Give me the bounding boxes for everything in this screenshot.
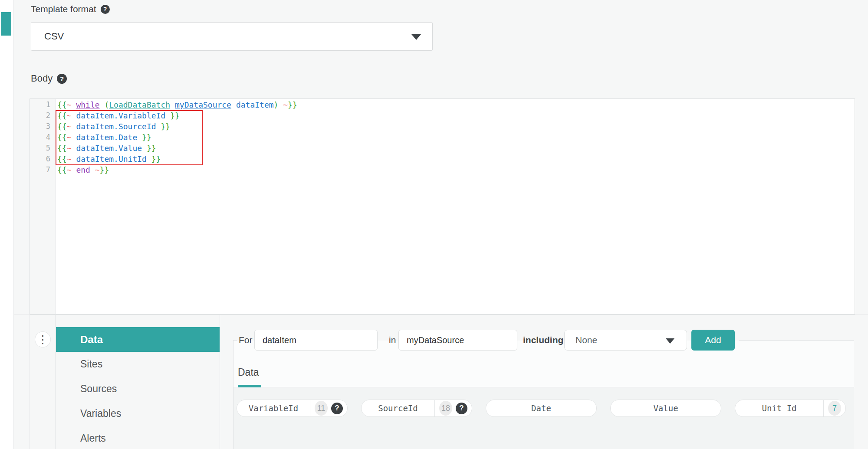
pill-label: Unit Id: [735, 400, 823, 416]
code-editor[interactable]: 1234567 {{~ while (LoadDataBatch myDataS…: [30, 98, 855, 315]
template-format-help-icon[interactable]: [101, 5, 110, 14]
add-button[interactable]: Add: [691, 330, 735, 351]
in-input[interactable]: [398, 330, 517, 351]
line-number: 1: [30, 100, 55, 111]
active-tab-indicator: [238, 385, 261, 387]
code-line: {{~ dataItem.VariableId }}: [56, 111, 855, 122]
template-format-label-row: Template format: [31, 4, 110, 14]
sidebar-item-sites[interactable]: Sites: [56, 352, 220, 377]
code-line: {{~ while (LoadDataBatch myDataSource da…: [56, 100, 855, 111]
field-pill-unit-id[interactable]: Unit Id7: [735, 400, 846, 417]
pill-count-badge: 11: [315, 401, 328, 416]
line-number: 5: [30, 144, 55, 154]
body-help-icon[interactable]: [57, 74, 67, 84]
left-rail: [0, 0, 14, 449]
code-line: {{~ dataItem.Value }}: [56, 144, 855, 154]
chevron-down-icon: [666, 338, 674, 344]
pill-meta: 7: [823, 400, 845, 416]
field-pill-variableid[interactable]: VariableId11: [237, 400, 348, 417]
template-format-label: Template format: [31, 4, 96, 14]
field-pill-date[interactable]: Date: [486, 400, 597, 417]
pill-label: Value: [611, 400, 721, 416]
pill-label: SourceId: [362, 400, 434, 416]
field-pill-sourceid[interactable]: SourceId18: [361, 400, 472, 417]
code-line: {{~ dataItem.Date }}: [56, 133, 855, 144]
kebab-column: [30, 315, 56, 449]
including-select[interactable]: None: [564, 330, 687, 351]
sidebar-tabs: DataSitesSourcesVariablesAlerts: [56, 327, 220, 449]
line-number: 6: [30, 154, 55, 165]
sidebar-item-variables[interactable]: Variables: [56, 401, 220, 426]
pill-help-icon[interactable]: [456, 403, 467, 414]
including-value: None: [575, 335, 597, 345]
data-section-title: Data: [238, 367, 259, 378]
line-number: 4: [30, 133, 55, 144]
kebab-menu-button[interactable]: [35, 331, 51, 347]
helper-sidebar: DataSitesSourcesVariablesAlerts: [56, 315, 220, 449]
line-number: 3: [30, 122, 55, 133]
pill-count-badge: 7: [828, 401, 841, 416]
pill-label: VariableId: [237, 400, 310, 416]
pill-label: Date: [486, 400, 596, 416]
for-label: For: [239, 330, 253, 351]
body-label: Body: [31, 73, 53, 84]
including-label: including: [523, 330, 563, 351]
template-format-value: CSV: [44, 31, 64, 42]
sidebar-item-data[interactable]: Data: [56, 327, 220, 352]
in-label: in: [389, 330, 396, 351]
field-pills-row: VariableId11SourceId18DateValueUnit Id7: [237, 400, 846, 417]
code-line: {{~ end ~}}: [56, 165, 855, 176]
gutter: 1234567: [30, 99, 56, 314]
pill-count-badge: 18: [439, 401, 452, 416]
template-format-select[interactable]: CSV: [31, 22, 433, 51]
sidebar-item-alerts[interactable]: Alerts: [56, 426, 220, 449]
template-editor-page: Template format CSV Body 1234567 {{~ whi…: [0, 0, 868, 449]
pill-meta: 11: [310, 400, 347, 416]
field-pill-value[interactable]: Value: [610, 400, 721, 417]
code-lines: {{~ while (LoadDataBatch myDataSource da…: [56, 100, 855, 176]
code-line: {{~ dataItem.SourceId }}: [56, 122, 855, 133]
code-line: {{~ dataItem.UnitId }}: [56, 154, 855, 165]
ellipsis-icon: [37, 334, 48, 345]
chevron-down-icon: [411, 34, 421, 40]
sidebar-item-sources[interactable]: Sources: [56, 377, 220, 401]
data-section-content: VariableId11SourceId18DateValueUnit Id7: [233, 388, 854, 449]
pill-help-icon[interactable]: [331, 403, 343, 414]
line-number: 7: [30, 165, 55, 176]
line-number: 2: [30, 111, 55, 122]
pill-meta: 18: [434, 400, 472, 416]
active-nav-indicator: [1, 12, 11, 36]
body-label-row: Body: [31, 73, 67, 84]
for-input[interactable]: [254, 330, 378, 351]
